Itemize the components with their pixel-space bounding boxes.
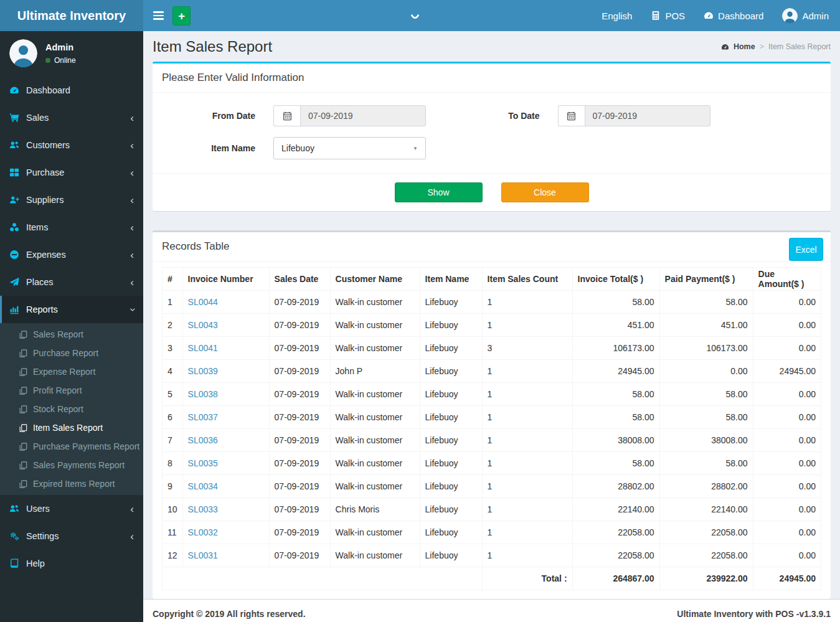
chevron-left-icon: ‹ [130,250,134,260]
sidebar-subitem-sales-payments-report[interactable]: Sales Payments Report [0,456,143,474]
col-invoice-total: Invoice Total($ ) [572,268,659,291]
table-row: 4 SL0039 07-09-2019 John P Lifebuoy 1 24… [163,360,821,383]
sidebar-toggle-button[interactable] [143,9,172,22]
invoice-link[interactable]: SL0036 [188,435,218,445]
sidebar-item-settings[interactable]: Settings ‹ [0,522,143,550]
sidebar-user-status: Online [45,56,76,65]
copy-icon [19,405,27,413]
from-date-input[interactable] [300,105,426,126]
invoice-link[interactable]: SL0044 [188,297,218,307]
dashboard-link[interactable]: Dashboard [704,11,763,21]
invoice-link[interactable]: SL0033 [188,504,218,514]
invoice-link[interactable]: SL0034 [188,481,218,491]
cell-invoice: SL0036 [182,429,269,452]
grid-icon [9,167,19,177]
invoice-link[interactable]: SL0039 [188,366,218,376]
pos-link[interactable]: POS [651,11,685,21]
cell-item: Lifebuoy [420,337,482,360]
cell-paid-payment: 58.00 [659,383,753,406]
to-date-input[interactable] [585,105,710,126]
item-name-group: Item Name Lifebuoy ▼ [162,137,492,159]
invoice-link[interactable]: SL0037 [188,412,218,422]
navbar-right: English POS Dashboard Admin [602,8,840,24]
loading-spinner-icon [409,9,420,20]
cell-item: Lifebuoy [420,429,482,452]
sidebar-subitem-expired-items-report[interactable]: Expired Items Report [0,474,143,493]
chevron-down-icon: ‹ [127,308,138,311]
copy-icon [19,443,27,451]
sidebar-subitem-expense-report[interactable]: Expense Report [0,362,143,381]
invoice-link[interactable]: SL0032 [188,527,218,537]
language-label: English [602,11,632,21]
breadcrumb-current: Item Sales Report [768,42,831,51]
copyright-text: Copyright © 2019 All rights reserved. [153,609,306,619]
cell-sales-date: 07-09-2019 [269,291,330,314]
show-button[interactable]: Show [395,182,483,202]
table-row: 3 SL0041 07-09-2019 Walk-in customer Lif… [163,337,821,360]
sidebar-subitem-sales-report[interactable]: Sales Report [0,325,143,344]
user-menu[interactable]: Admin [782,8,829,24]
language-menu[interactable]: English [602,11,632,21]
item-name-value: Lifebuoy [281,143,314,153]
close-button[interactable]: Close [501,182,589,202]
cell-due-amount: 24945.00 [753,360,821,383]
sidebar-item-suppliers[interactable]: Suppliers ‹ [0,186,143,214]
quick-add-button[interactable]: + [172,6,191,26]
cell-invoice-total: 28802.00 [572,475,659,498]
sidebar-subitem-stock-report[interactable]: Stock Report [0,400,143,418]
item-name-select[interactable]: Lifebuoy ▼ [273,137,426,159]
chevron-left-icon: ‹ [130,531,134,542]
cell-customer: Chris Moris [330,498,420,521]
filter-panel: Please Enter Valid Information From Date… [153,62,831,211]
sidebar-item-customers[interactable]: Customers ‹ [0,131,143,159]
table-row: 9 SL0034 07-09-2019 Walk-in customer Lif… [163,475,821,498]
cell-count: 1 [482,452,572,475]
cell-invoice-total: 22058.00 [572,544,659,567]
sidebar-subitem-purchase-report[interactable]: Purchase Report [0,344,143,362]
top-navbar: Ultimate Inventory + English POS Dashboa… [0,0,840,31]
sidebar-subitem-profit-report[interactable]: Profit Report [0,381,143,400]
online-status-icon [45,58,50,63]
cell-due-amount: 0.00 [753,406,821,429]
user-plus-icon [9,195,19,205]
user-avatar [782,8,798,24]
sidebar-item-dashboard[interactable]: Dashboard [0,77,143,104]
sidebar-subitem-item-sales-report[interactable]: Item Sales Report [0,418,143,437]
cell-sales-date: 07-09-2019 [269,360,330,383]
brand-logo[interactable]: Ultimate Inventory [0,0,143,31]
sidebar-item-expenses[interactable]: Expenses ‹ [0,241,143,268]
sidebar-item-help[interactable]: Help [0,550,143,577]
cell-invoice-total: 58.00 [572,406,659,429]
sidebar-item-reports[interactable]: Reports ‹ [0,296,143,323]
sidebar-user-panel: Admin Online [0,31,143,77]
cell-number: 3 [163,337,183,360]
sidebar-item-purchase[interactable]: Purchase ‹ [0,159,143,186]
col-invoice-number: Invoice Number [182,268,269,291]
sidebar-item-sales[interactable]: Sales ‹ [0,104,143,131]
cell-count: 1 [482,291,572,314]
sidebar-item-items[interactable]: Items ‹ [0,214,143,241]
cell-invoice-total: 451.00 [572,314,659,337]
invoice-link[interactable]: SL0038 [188,389,218,399]
excel-export-button[interactable]: Excel [789,238,823,261]
invoice-link[interactable]: SL0041 [188,343,218,353]
sidebar-avatar [9,39,37,67]
users-icon [9,140,19,150]
cell-paid-payment: 451.00 [659,314,753,337]
cell-due-amount: 0.00 [753,544,821,567]
records-panel: Records Table Excel # Invoice Number Sal… [153,230,831,599]
col-sales-date: Sales Date [269,268,330,291]
sidebar-item-users[interactable]: Users ‹ [0,495,143,522]
sidebar-item-places[interactable]: Places ‹ [0,268,143,296]
invoice-link[interactable]: SL0035 [188,458,218,468]
col-number: # [163,268,183,291]
cell-number: 1 [163,291,183,314]
invoice-link[interactable]: SL0031 [188,550,218,560]
invoice-link[interactable]: SL0043 [188,320,218,330]
breadcrumb-home[interactable]: Home [734,42,755,51]
cell-paid-payment: 58.00 [659,452,753,475]
cell-invoice-total: 38008.00 [572,429,659,452]
calendar-icon-addon [273,105,300,126]
cell-item: Lifebuoy [420,475,482,498]
sidebar-subitem-purchase-payments-report[interactable]: Purchase Payments Report [0,437,143,456]
